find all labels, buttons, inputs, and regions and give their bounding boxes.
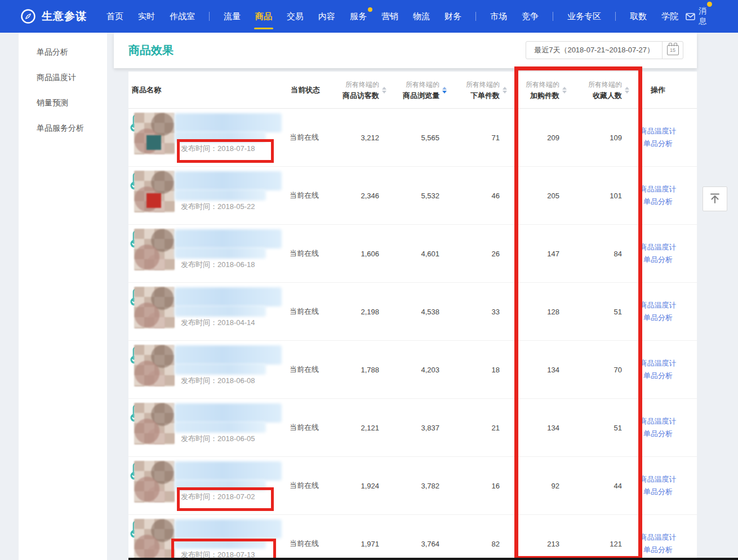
action-link-单品分析[interactable]: 单品分析 — [643, 487, 673, 497]
nav-group-divider — [615, 12, 616, 21]
column-header-status: 当前状态 — [287, 85, 332, 95]
nav-item-内容[interactable]: 内容 — [311, 0, 343, 33]
date-range-picker[interactable]: 最近7天（2018-07-21~2018-07-27） 15 — [526, 41, 683, 59]
action-link-商品温度计[interactable]: 商品温度计 — [640, 242, 677, 252]
actions-cell: 商品温度计单品分析 — [636, 416, 697, 439]
carts-cell: 92 — [514, 482, 573, 490]
sort-arrows-icon[interactable] — [625, 87, 629, 94]
nav-item-服务[interactable]: 服务 — [343, 0, 374, 33]
sidebar-item-单品服务分析[interactable]: 单品服务分析 — [19, 115, 107, 141]
product-name-cell: 发布时间：2018-07-13 — [128, 515, 287, 560]
nav-item-作战室[interactable]: 作战室 — [162, 0, 202, 33]
action-link-单品分析[interactable]: 单品分析 — [643, 313, 673, 323]
messages-button[interactable]: 消息 — [686, 6, 706, 26]
visitors-cell: 2,346 — [332, 192, 393, 200]
action-link-商品温度计[interactable]: 商品温度计 — [640, 300, 677, 310]
product-title-blurred — [175, 403, 282, 423]
action-link-单品分析[interactable]: 单品分析 — [643, 255, 673, 265]
product-name-cell: 发布时间：2018-06-08 — [128, 341, 287, 398]
sidebar-item-单品分析[interactable]: 单品分析 — [19, 39, 107, 65]
logo-icon — [20, 8, 36, 24]
action-link-商品温度计[interactable]: 商品温度计 — [640, 474, 677, 485]
nav-item-实时[interactable]: 实时 — [131, 0, 162, 33]
column-header-views[interactable]: 所有终端的商品浏览量 — [393, 79, 454, 101]
action-link-单品分析[interactable]: 单品分析 — [643, 545, 673, 555]
nav-item-流量[interactable]: 流量 — [216, 0, 248, 33]
visitors-cell: 3,212 — [332, 134, 393, 142]
nav-item-市场[interactable]: 市场 — [483, 0, 514, 33]
status-cell: 当前在线 — [287, 248, 332, 259]
action-link-单品分析[interactable]: 单品分析 — [643, 139, 673, 149]
orders-cell: 18 — [454, 366, 514, 374]
app-name: 生意参谋 — [42, 9, 87, 24]
action-link-单品分析[interactable]: 单品分析 — [643, 429, 673, 439]
nav-item-业务专区[interactable]: 业务专区 — [560, 0, 608, 33]
actions-cell: 商品温度计单品分析 — [636, 532, 697, 555]
arrow-up-to-line-icon — [709, 192, 721, 206]
notification-dot — [707, 2, 712, 7]
action-link-商品温度计[interactable]: 商品温度计 — [640, 126, 677, 136]
views-cell: 4,203 — [393, 366, 454, 374]
product-name-cell: 发布时间：2018-06-05 — [128, 399, 287, 456]
content-header: 商品效果 最近7天（2018-07-21~2018-07-27） 15 — [114, 33, 697, 68]
nav-item-首页[interactable]: 首页 — [99, 0, 131, 33]
publish-date-value: 2018-06-18 — [217, 260, 255, 269]
nav-item-取数[interactable]: 取数 — [623, 0, 654, 33]
app-logo[interactable]: 生意参谋 — [20, 8, 87, 24]
table-header-row: 商品名称当前状态所有终端的商品访客数所有终端的商品浏览量所有终端的下单件数所有终… — [128, 72, 697, 109]
nav-item-物流[interactable]: 物流 — [406, 0, 437, 33]
favorites-cell: 121 — [573, 540, 636, 548]
nav-item-商品[interactable]: 商品 — [248, 0, 279, 33]
action-link-单品分析[interactable]: 单品分析 — [643, 197, 673, 207]
visitors-cell: 2,121 — [332, 424, 393, 432]
views-cell: 5,565 — [393, 134, 454, 142]
column-header-orders[interactable]: 所有终端的下单件数 — [454, 79, 514, 101]
column-header-carts[interactable]: 所有终端的加购件数 — [514, 79, 573, 101]
action-link-商品温度计[interactable]: 商品温度计 — [640, 532, 677, 543]
carts-cell: 134 — [514, 366, 573, 374]
product-name-cell: 发布时间：2018-04-14 — [128, 283, 287, 340]
product-title-blurred — [175, 305, 266, 317]
sidebar-item-销量预测[interactable]: 销量预测 — [19, 90, 107, 115]
sidebar-item-商品温度计[interactable]: 商品温度计 — [19, 65, 107, 90]
column-header-favorites[interactable]: 所有终端的收藏人数 — [573, 79, 636, 101]
sort-arrows-icon[interactable] — [442, 87, 447, 94]
publish-date-label: 发布时间： — [181, 376, 217, 385]
publish-date: 发布时间：2018-06-18 — [181, 260, 255, 270]
product-image-blurred — [134, 113, 175, 154]
action-link-商品温度计[interactable]: 商品温度计 — [640, 416, 677, 426]
publish-date-label: 发布时间： — [181, 318, 217, 327]
column-header-visitors[interactable]: 所有终端的商品访客数 — [332, 79, 393, 101]
carts-cell: 209 — [514, 134, 573, 142]
nav-group-divider — [209, 12, 210, 21]
favorites-cell: 44 — [573, 482, 636, 490]
nav-item-营销[interactable]: 营销 — [374, 0, 406, 33]
nav-item-财务[interactable]: 财务 — [437, 0, 469, 33]
status-cell: 当前在线 — [287, 539, 332, 549]
product-name-cell: 发布时间：2018-05-22 — [128, 167, 287, 224]
action-link-商品温度计[interactable]: 商品温度计 — [640, 184, 677, 194]
date-range-value: 最近7天（2018-07-21~2018-07-27） — [526, 42, 662, 59]
sort-arrows-icon[interactable] — [562, 87, 567, 94]
back-to-top-button[interactable] — [703, 186, 727, 211]
nav-item-竞争[interactable]: 竞争 — [514, 0, 546, 33]
product-title-blurred — [175, 189, 266, 201]
actions-cell: 商品温度计单品分析 — [636, 358, 697, 381]
product-title-blurred — [175, 461, 282, 481]
sort-arrows-icon[interactable] — [503, 87, 507, 94]
nav-item-学院[interactable]: 学院 — [654, 0, 686, 33]
product-name-cell: 发布时间：2018-07-02 — [128, 457, 287, 514]
actions-cell: 商品温度计单品分析 — [636, 474, 697, 497]
orders-cell: 26 — [454, 250, 514, 258]
nav-menu: 首页实时作战室流量商品交易内容服务营销物流财务市场竞争业务专区取数学院 — [99, 0, 686, 33]
nav-item-交易[interactable]: 交易 — [279, 0, 311, 33]
action-link-单品分析[interactable]: 单品分析 — [643, 371, 673, 381]
orders-cell: 16 — [454, 482, 514, 490]
table-row: 发布时间：2018-07-18当前在线3,2125,56571209109商品温… — [128, 109, 697, 167]
publish-date-value: 2018-06-08 — [217, 376, 255, 385]
calendar-button[interactable]: 15 — [662, 42, 683, 59]
actions-cell: 商品温度计单品分析 — [636, 242, 697, 265]
sort-arrows-icon[interactable] — [382, 87, 386, 94]
favorites-cell: 101 — [573, 192, 636, 200]
action-link-商品温度计[interactable]: 商品温度计 — [640, 358, 677, 368]
